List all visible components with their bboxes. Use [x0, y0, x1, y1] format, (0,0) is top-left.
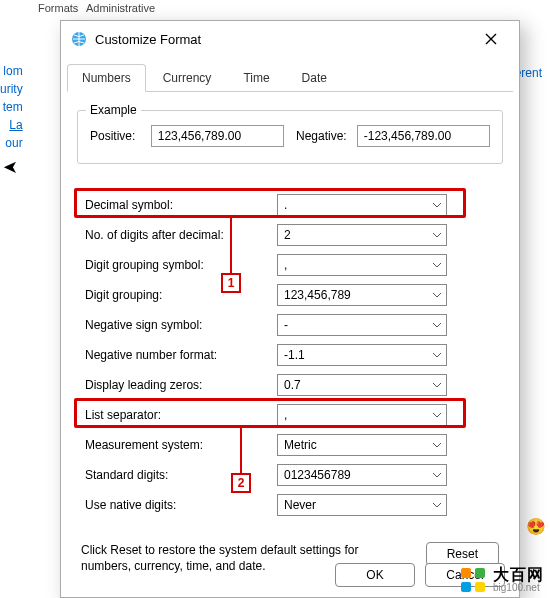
svg-rect-1 [461, 568, 471, 578]
chevron-down-icon [432, 322, 442, 328]
bg-emoji: 😍 [526, 517, 546, 536]
tab-numbers[interactable]: Numbers [67, 64, 146, 92]
use-native-digits-combo[interactable]: Never [277, 494, 447, 516]
svg-rect-2 [475, 568, 485, 578]
negative-number-format-combo[interactable]: -1.1 [277, 344, 447, 366]
positive-value: 123,456,789.00 [151, 125, 284, 147]
chevron-down-icon [432, 352, 442, 358]
digits-after-decimal-combo[interactable]: 2 [277, 224, 447, 246]
svg-rect-4 [475, 582, 485, 592]
globe-icon [71, 31, 87, 47]
close-icon [485, 33, 497, 45]
negative-sign-symbol-label: Negative sign symbol: [77, 318, 277, 332]
watermark: 大百网 big100.net [459, 566, 544, 594]
tab-currency[interactable]: Currency [148, 63, 227, 91]
digit-grouping-combo[interactable]: 123,456,789 [277, 284, 447, 306]
measurement-system-label: Measurement system: [77, 438, 277, 452]
standard-digits-combo[interactable]: 0123456789 [277, 464, 447, 486]
digit-grouping-symbol-combo[interactable]: , [277, 254, 447, 276]
example-group: Example Positive: 123,456,789.00 Negativ… [77, 110, 503, 164]
negative-value: -123,456,789.00 [357, 125, 490, 147]
measurement-system-combo[interactable]: Metric [277, 434, 447, 456]
settings-form: Decimal symbol: . No. of digits after de… [77, 190, 503, 520]
watermark-logo-icon [459, 566, 487, 594]
tab-time[interactable]: Time [228, 63, 284, 91]
bg-tab-formats: Formats [32, 0, 84, 16]
display-leading-zeros-label: Display leading zeros: [77, 378, 277, 392]
annotation-highlight-1 [74, 188, 466, 218]
bg-link[interactable]: La [9, 118, 22, 132]
bg-tab-admin: Administrative [80, 0, 161, 16]
chevron-down-icon [432, 232, 442, 238]
annotation-callout-2: 2 [231, 473, 251, 493]
cursor-icon: ➤ [3, 156, 18, 178]
chevron-down-icon [432, 292, 442, 298]
negative-number-format-label: Negative number format: [77, 348, 277, 362]
chevron-down-icon [432, 442, 442, 448]
display-leading-zeros-combo[interactable]: 0.7 [277, 374, 447, 396]
dialog-titlebar: Customize Format [61, 21, 519, 57]
negative-label: Negative: [296, 129, 351, 143]
tab-date[interactable]: Date [287, 63, 342, 91]
watermark-url: big100.net [493, 583, 544, 593]
positive-label: Positive: [90, 129, 145, 143]
dialog-body: Example Positive: 123,456,789.00 Negativ… [61, 92, 519, 584]
digit-grouping-symbol-label: Digit grouping symbol: [77, 258, 277, 272]
chevron-down-icon [432, 502, 442, 508]
chevron-down-icon [432, 382, 442, 388]
annotation-highlight-2 [74, 398, 466, 428]
close-button[interactable] [471, 25, 511, 53]
chevron-down-icon [432, 472, 442, 478]
bg-left-column: lom urity tem La our [0, 60, 27, 154]
digit-grouping-label: Digit grouping: [77, 288, 277, 302]
dialog-title: Customize Format [95, 32, 201, 47]
use-native-digits-label: Use native digits: [77, 498, 277, 512]
example-legend: Example [86, 103, 141, 117]
digits-after-decimal-label: No. of digits after decimal: [77, 228, 277, 242]
svg-rect-3 [461, 582, 471, 592]
annotation-line-1 [230, 218, 232, 273]
customize-format-dialog: Customize Format Numbers Currency Time D… [60, 20, 520, 598]
watermark-title: 大百网 [493, 567, 544, 583]
tab-strip: Numbers Currency Time Date [67, 57, 513, 92]
annotation-callout-1: 1 [221, 273, 241, 293]
negative-sign-symbol-combo[interactable]: - [277, 314, 447, 336]
chevron-down-icon [432, 262, 442, 268]
annotation-line-2 [240, 428, 242, 473]
ok-button[interactable]: OK [335, 563, 415, 587]
